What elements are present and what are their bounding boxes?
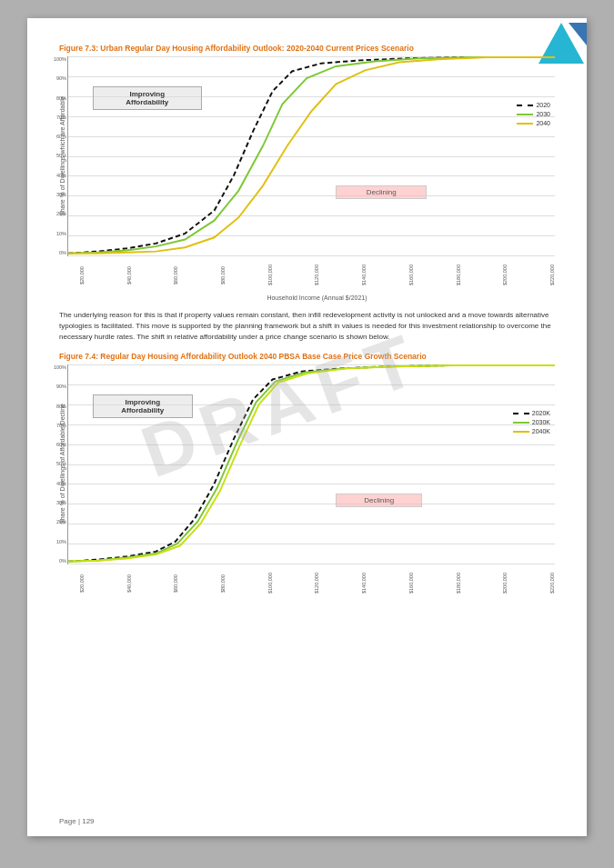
x2-label-2: $60,000 xyxy=(173,566,178,601)
y2-tick-4: 60% xyxy=(48,442,66,447)
x2-label-6: $140,000 xyxy=(361,566,367,601)
y2-tick-3: 70% xyxy=(48,423,66,428)
x-label-6: $140,000 xyxy=(361,258,367,293)
y-tick-4: 60% xyxy=(48,134,66,139)
y-tick-1: 90% xyxy=(48,75,66,81)
y-tick-7: 30% xyxy=(48,192,66,197)
page-number: Page | 129 xyxy=(59,817,95,825)
y-tick-3: 70% xyxy=(48,115,66,120)
x-label-7: $160,000 xyxy=(408,258,414,293)
y2-tick-9: 10% xyxy=(48,539,66,544)
y-tick-6: 40% xyxy=(48,173,66,178)
y-tick-10: 0% xyxy=(48,250,66,255)
chart1-svg xyxy=(68,56,555,255)
x2-label-3: $80,000 xyxy=(220,566,226,601)
x2-label-8: $180,000 xyxy=(456,566,461,601)
y2-tick-10: 0% xyxy=(48,558,66,564)
y2-tick-1: 90% xyxy=(48,384,66,389)
y2-tick-5: 50% xyxy=(48,461,66,466)
page: Figure 7.3: Urban Regular Day Housing Af… xyxy=(27,18,587,836)
x2-label-0: $20,000 xyxy=(79,566,85,601)
chart2-y-ticks: 100% 90% 80% 70% 60% 50% 40% 30% 20% 10%… xyxy=(48,364,66,564)
y2-tick-0: 100% xyxy=(48,364,66,370)
y-tick-9: 10% xyxy=(48,231,66,236)
y-tick-0: 100% xyxy=(48,56,66,62)
chart2-x-labels: $20,000 $40,000 $60,000 $80,000 $100,000… xyxy=(79,566,555,601)
chart2-area: 100% 90% 80% 70% 60% 50% 40% 30% 20% 10%… xyxy=(67,364,555,564)
chart2-container: Share % of Dwellings of Affordable/Decli… xyxy=(59,364,555,601)
y2-tick-8: 20% xyxy=(48,519,66,524)
chart1-x-axis-title: Household Income (Annual $/2021) xyxy=(79,294,555,301)
x-label-3: $80,000 xyxy=(220,258,226,293)
chart1-area: 100% 90% 80% 70% 60% 50% 40% 30% 20% 10%… xyxy=(67,56,555,256)
y-tick-8: 20% xyxy=(48,211,66,216)
chart2-wrap: Share % of Dwellings of Affordable/Decli… xyxy=(59,364,555,564)
x-label-4: $100,000 xyxy=(267,258,273,293)
y2-tick-2: 80% xyxy=(48,404,66,409)
y-tick-5: 50% xyxy=(48,153,66,158)
x-label-10: $220,000 xyxy=(549,258,555,293)
y2-tick-7: 30% xyxy=(48,500,66,505)
y-tick-2: 80% xyxy=(48,95,66,101)
x-label-0: $20,000 xyxy=(79,258,85,293)
x-label-9: $200,000 xyxy=(502,258,508,293)
x2-label-4: $100,000 xyxy=(267,566,273,601)
x-label-2: $60,000 xyxy=(173,258,178,293)
chart1-y-ticks: 100% 90% 80% 70% 60% 50% 40% 30% 20% 10%… xyxy=(48,56,66,255)
x2-label-7: $160,000 xyxy=(408,566,414,601)
x-label-1: $40,000 xyxy=(126,258,132,293)
chart1-x-labels: $20,000 $40,000 $60,000 $80,000 $100,000… xyxy=(79,258,555,293)
x2-label-5: $120,000 xyxy=(314,566,319,601)
chart2-svg xyxy=(68,364,555,564)
body-text: The underlying reason for this is that i… xyxy=(59,310,555,343)
x2-label-1: $40,000 xyxy=(126,566,132,601)
chart1-container: Share % of Dwellings which are Affordabl… xyxy=(59,56,555,301)
x2-label-9: $200,000 xyxy=(502,566,508,601)
x2-label-10: $220,000 xyxy=(549,566,555,601)
y2-tick-6: 40% xyxy=(48,481,66,486)
x-label-5: $120,000 xyxy=(314,258,319,293)
chart1-wrap: Share % of Dwellings which are Affordabl… xyxy=(59,56,555,256)
x-label-8: $180,000 xyxy=(456,258,461,293)
figure2-title: Figure 7.4: Regular Day Housing Affordab… xyxy=(59,352,555,361)
figure1-title: Figure 7.3: Urban Regular Day Housing Af… xyxy=(59,44,555,53)
